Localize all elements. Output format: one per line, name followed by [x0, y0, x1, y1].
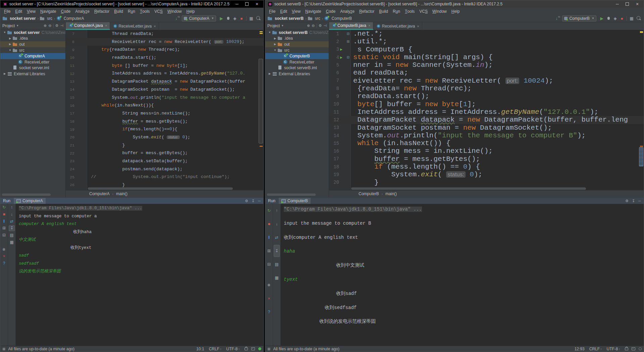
next-occurrence-icon[interactable]: ↓ — [8, 211, 15, 218]
pause-output-icon[interactable]: ‖ — [265, 231, 273, 244]
gear-icon[interactable]: ⚙ — [55, 24, 59, 28]
menu-item-run[interactable]: Run — [125, 8, 138, 15]
scroll-to-end-icon[interactable]: ↧ — [9, 225, 15, 231]
code-line-21[interactable]: 21 } — [66, 141, 263, 149]
code-editor[interactable]: 7 Thread readData;8 ReceiveLetter rec = … — [66, 30, 263, 190]
tree-row-external-libraries[interactable]: ▶External Libraries — [265, 71, 329, 77]
project-horizontal-scrollbar[interactable] — [267, 193, 316, 196]
error-stripe-mark[interactable] — [260, 146, 263, 147]
code-line-8[interactable]: 8 {readData= new Thread(rec); — [329, 85, 644, 92]
run-configuration-select[interactable]: ComputerB ▼ — [562, 15, 596, 21]
coverage-button[interactable]: ◈ — [231, 16, 238, 21]
tree-row-out[interactable]: ▶out — [0, 41, 65, 47]
project-panel-header[interactable]: Project ▼ ⊕⊖⚙⊣ — [0, 22, 65, 30]
scroll-to-end-icon[interactable]: ↧ — [274, 245, 280, 257]
code-line-7[interactable]: 7 Thread readData; — [66, 30, 263, 38]
breadcrumb-method[interactable]: main() — [116, 191, 127, 196]
fold-open-icon[interactable]: ⊟ — [347, 55, 350, 59]
tab-computerb-java[interactable]: ComputerB.java× — [329, 22, 373, 30]
code-line-15[interactable]: 15 while (in.hasNext()) { — [329, 139, 644, 147]
debug-button[interactable] — [605, 16, 612, 21]
close-button[interactable]: × — [632, 1, 642, 7]
code-line-3[interactable]: 3▶ s ComputerB { — [329, 46, 644, 53]
menu-item-tools[interactable]: Tools — [138, 8, 152, 15]
expand-icon[interactable]: ⊕ — [307, 24, 310, 28]
menu-item-view[interactable]: View — [24, 8, 38, 15]
menu-item-build[interactable]: Build — [112, 8, 125, 15]
memory-indicator-icon[interactable] — [251, 347, 255, 350]
menu-item-navigate[interactable]: Navigate — [303, 8, 323, 15]
code-line-1[interactable]: 1⊟.net.*; — [329, 30, 644, 38]
menu-item-analyze[interactable]: Analyze — [73, 8, 92, 15]
pause-output-icon[interactable]: ‖ — [0, 218, 8, 225]
search-everywhere-button[interactable] — [255, 16, 261, 21]
tab-computera-java[interactable]: ComputerA.java× — [66, 22, 110, 30]
dock-icon[interactable]: ↧ — [252, 199, 255, 203]
breadcrumb-class[interactable]: ComputerA — [89, 191, 110, 196]
menu-item-edit[interactable]: Edit — [13, 8, 24, 15]
caret-position[interactable]: 10:1 — [196, 347, 204, 351]
tab-receiveletter-java[interactable]: ReceiveLetter.java× — [110, 22, 159, 30]
console-output[interactable]: "C:\Program Files\Java\jdk1.8.0_151\bin\… — [16, 204, 263, 346]
editor-vertical-scrollbar[interactable] — [259, 59, 263, 143]
close-tab-icon[interactable]: × — [154, 24, 156, 28]
code-line-5[interactable]: 5nner in = new Scanner(System.in); — [329, 61, 644, 69]
soft-wrap-icon[interactable]: ⇄ — [273, 231, 280, 244]
editor-vertical-scrollbar[interactable] — [639, 147, 643, 166]
menu-item-code[interactable]: Code — [323, 8, 338, 15]
clear-all-icon[interactable]: ▦ — [8, 238, 15, 246]
code-line-20[interactable]: 20 System.exit( status: 0); — [66, 133, 263, 141]
close-icon[interactable]: × — [265, 292, 273, 305]
rerun-icon[interactable]: ↻ — [265, 204, 273, 217]
code-line-24[interactable]: 24 postman.send(datapack); — [66, 165, 263, 173]
run-line-icon[interactable]: ▶ — [340, 48, 342, 51]
tree-row-socket-server[interactable]: ▼socket serverC:\Users\Zexin\Ide — [0, 30, 65, 36]
code-line-8[interactable]: 8 ReceiveLetter rec = new ReceiveLetter(… — [66, 38, 263, 46]
menu-item-refactor[interactable]: Refactor — [92, 8, 112, 15]
dump-threads-icon[interactable]: ❄ — [0, 246, 8, 253]
tree-row-src[interactable]: ▼src — [265, 47, 329, 53]
run-configuration-select[interactable]: ComputerA ▼ — [182, 15, 216, 21]
breadcrumb-item[interactable]: ComputerA — [56, 16, 85, 21]
code-line-10[interactable]: 10 readData.start(); — [66, 54, 263, 62]
editor-horizontal-scrollbar[interactable] — [351, 187, 586, 190]
event-log-indicator[interactable] — [639, 347, 642, 350]
restore-layout-button[interactable]: ▦ — [628, 16, 635, 21]
tree-row-socket-server-iml[interactable]: socket server.iml — [0, 65, 65, 71]
print-icon[interactable]: ▤ — [8, 232, 15, 239]
tree-row-computerb[interactable]: ComputerB — [265, 53, 329, 59]
prev-occurrence-icon[interactable]: ↑ — [273, 204, 280, 217]
code-editor[interactable]: 1⊟.net.*;2⊞.util.*;3▶ s ComputerB {4▶⊟st… — [329, 30, 644, 190]
breadcrumb-method[interactable]: main() — [385, 191, 397, 196]
collapse-icon[interactable]: ⊖ — [48, 24, 51, 28]
hide-panel-icon[interactable]: ⊣ — [60, 24, 63, 28]
collapse-icon[interactable]: ⊖ — [312, 24, 315, 28]
console-output[interactable]: "C:\Program Files\Java\jdk1.8.0_151\bin\… — [281, 202, 644, 346]
caret-position[interactable]: 12:93 — [575, 347, 585, 351]
code-line-11[interactable]: 11 byte [] buffer = new byte[1]; — [66, 62, 263, 70]
run-line-icon[interactable]: ▶ — [340, 56, 342, 59]
menu-item-vcs[interactable]: VCS — [417, 8, 430, 15]
code-line-16[interactable]: 16 while(in.hasNext()){ — [66, 101, 263, 109]
soft-wrap-icon[interactable]: ⇄ — [8, 218, 15, 225]
line-ending-select[interactable]: CRLF↕ — [589, 347, 602, 351]
code-line-18[interactable]: 18 buffer = mess.getBytes(); — [66, 118, 263, 126]
code-line-10[interactable]: 10 byte[] buffer = new byte[1]; — [329, 100, 644, 108]
stop-button[interactable]: ■ — [238, 16, 245, 20]
menu-item-vcs[interactable]: VCS — [152, 8, 165, 15]
restore-layout-icon[interactable]: ⊞ — [265, 244, 273, 258]
breadcrumb-item[interactable]: socket server — [2, 16, 36, 21]
tree-row-computera[interactable]: ComputerA — [0, 53, 65, 59]
close-icon[interactable]: × — [0, 253, 8, 260]
tree-row-src[interactable]: ▼src — [0, 47, 65, 53]
project-horizontal-scrollbar[interactable] — [2, 193, 51, 196]
code-line-9[interactable]: 9 try{readData= new Thread(rec); — [66, 46, 263, 54]
stop-button[interactable]: ■ — [619, 16, 625, 20]
restore-layout-button[interactable]: ▦ — [248, 16, 255, 21]
minimize-button[interactable] — [232, 1, 242, 7]
encoding-select[interactable]: UTF-8↕ — [607, 347, 621, 351]
update-project-icon[interactable]: ↓ — [555, 16, 557, 21]
tool-window-toggle-icon[interactable]: ▦ — [267, 347, 270, 351]
help-icon[interactable]: ? — [265, 305, 273, 319]
tree-row-external-libraries[interactable]: ▶External Libraries — [0, 71, 65, 77]
